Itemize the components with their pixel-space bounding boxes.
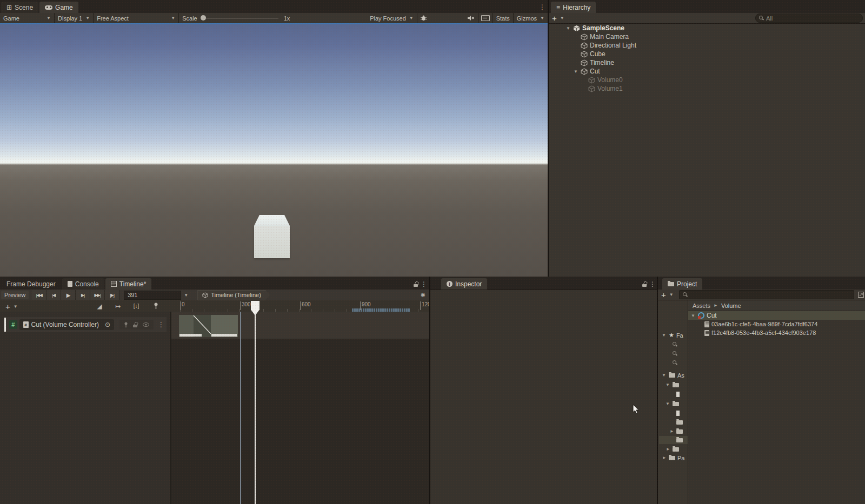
clip-edit-mode-ripple-icon[interactable]: ↦ bbox=[111, 301, 124, 311]
cube-icon bbox=[581, 42, 588, 49]
project-folder-item[interactable] bbox=[659, 418, 688, 426]
project-folder-item[interactable] bbox=[659, 436, 688, 444]
timeline-panel-menu-icon[interactable]: ⋮ bbox=[418, 280, 429, 288]
debug-bug-icon[interactable] bbox=[417, 14, 430, 23]
preview-toggle-button[interactable]: Preview bbox=[1, 291, 29, 299]
tab-inspector[interactable]: i Inspector bbox=[441, 278, 487, 290]
track-toggle-group bbox=[119, 320, 154, 330]
inspector-lock-icon[interactable] bbox=[642, 281, 647, 287]
current-frame-input[interactable]: 391 bbox=[124, 291, 181, 300]
hierarchy-item-cube[interactable]: Cube bbox=[573, 50, 606, 58]
tab-timeline[interactable]: Timeline* bbox=[105, 278, 152, 290]
render-target-dropdown[interactable]: Game▼ bbox=[0, 13, 54, 23]
project-folder-item[interactable] bbox=[659, 340, 688, 348]
play-button[interactable]: ▶ bbox=[61, 290, 76, 300]
breadcrumb-assets[interactable]: Assets bbox=[693, 303, 710, 309]
hierarchy-item-main-camera[interactable]: Main Camera bbox=[573, 32, 629, 41]
track-lock-icon[interactable] bbox=[133, 322, 138, 327]
tab-scene[interactable]: ⊞ Scene bbox=[1, 2, 38, 13]
hierarchy-item-volume1[interactable]: Volume1 bbox=[581, 84, 623, 93]
project-folder-item[interactable]: ▼ bbox=[659, 381, 688, 389]
expander-icon[interactable]: ▼ bbox=[669, 429, 674, 434]
project-asset-cut[interactable]: ▼Cut bbox=[688, 311, 865, 320]
stats-button[interactable]: Stats bbox=[493, 13, 513, 23]
scale-slider[interactable] bbox=[203, 18, 278, 18]
clip-edit-mode-mix-icon[interactable]: ◢ bbox=[93, 301, 106, 311]
track-menu-icon[interactable]: ⋮ bbox=[156, 321, 167, 328]
project-asset-guid-2[interactable]: f12c4fb8-053e-4fb3-a5cf-434cf903e178 bbox=[688, 328, 865, 337]
timeline-clips[interactable] bbox=[179, 315, 238, 337]
project-folder-item[interactable]: ▼ bbox=[659, 427, 688, 435]
lock-icon[interactable] bbox=[414, 281, 418, 287]
tab-frame-debugger[interactable]: Frame Debugger bbox=[1, 278, 61, 290]
project-folder-item[interactable]: ▼ bbox=[659, 445, 688, 453]
project-folder-item[interactable] bbox=[659, 409, 688, 417]
previous-frame-button[interactable]: |◀ bbox=[46, 290, 61, 300]
expander-icon[interactable]: ▼ bbox=[665, 382, 670, 387]
play-focused-dropdown[interactable]: Play Focused▼ bbox=[367, 13, 417, 23]
expander-icon[interactable]: ▼ bbox=[661, 333, 667, 338]
keyboard-icon[interactable] bbox=[478, 14, 493, 23]
scale-slider-knob[interactable] bbox=[201, 15, 206, 21]
hierarchy-item-volume0[interactable]: Volume0 bbox=[581, 76, 623, 84]
marker-pin-icon[interactable] bbox=[154, 303, 158, 310]
pin-icon[interactable] bbox=[124, 322, 128, 328]
timeline-breadcrumb[interactable]: Timeline (Timeline) bbox=[197, 290, 270, 300]
expander-icon[interactable]: ▼ bbox=[573, 69, 578, 74]
expander-icon[interactable]: ▼ bbox=[665, 401, 670, 406]
gizmos-dropdown[interactable]: Gizmos▼ bbox=[514, 13, 548, 23]
go-to-start-button[interactable]: |◀◀ bbox=[32, 290, 46, 300]
expander-icon[interactable]: ▼ bbox=[666, 447, 670, 452]
display-dropdown[interactable]: Display 1▼ bbox=[55, 13, 93, 23]
project-search-input[interactable] bbox=[679, 290, 854, 299]
game-viewport[interactable] bbox=[0, 24, 548, 277]
eye-icon[interactable] bbox=[143, 322, 149, 327]
clip-edit-mode-replace-icon[interactable]: [↓] bbox=[130, 301, 143, 311]
go-to-end-button[interactable]: ▶▶| bbox=[90, 290, 105, 300]
project-folder-item[interactable] bbox=[659, 390, 688, 398]
timeline-ruler[interactable]: 03006009001200 bbox=[173, 300, 429, 312]
hierarchy-item-timeline[interactable]: Timeline bbox=[573, 58, 614, 67]
tab-frame-debugger-label: Frame Debugger bbox=[6, 280, 56, 288]
hierarchy-item-cut[interactable]: ▼Cut bbox=[573, 67, 600, 76]
track-header-cut[interactable]: # # Cut (Volume Controller) ⊙ ⋮ bbox=[4, 317, 167, 332]
play-range-button[interactable]: [▶] bbox=[105, 290, 119, 300]
track-name-box: # Cut (Volume Controller) ⊙ bbox=[19, 319, 114, 330]
tab-project[interactable]: Project bbox=[662, 278, 702, 290]
hierarchy-add-button[interactable]: + ▼ bbox=[549, 13, 568, 23]
project-folder-item[interactable] bbox=[659, 350, 688, 358]
project-folder-item[interactable]: ▼ bbox=[659, 400, 688, 408]
expander-icon[interactable]: ▼ bbox=[661, 373, 667, 378]
breadcrumb-volume[interactable]: Volume bbox=[721, 303, 741, 309]
frame-field-dropdown-icon[interactable]: ▼ bbox=[181, 291, 191, 300]
project-asset-guid-1[interactable]: 03ae6b1c-cfe5-4baa-989f-7cda7fdf6374 bbox=[688, 320, 865, 328]
next-frame-button[interactable]: ▶| bbox=[76, 290, 90, 300]
expander-icon[interactable]: ▼ bbox=[565, 26, 571, 31]
project-folder-item-pa[interactable]: ▼Pa bbox=[659, 454, 688, 462]
hierarchy-item-label: Volume1 bbox=[597, 85, 623, 92]
track-name-label: Cut (Volume Controller) bbox=[31, 321, 99, 328]
chevron-right-icon: ▼ bbox=[713, 304, 718, 308]
mute-audio-icon[interactable] bbox=[464, 14, 478, 23]
timeline-settings-gear-icon[interactable]: ✱ bbox=[416, 291, 429, 300]
expander-icon[interactable]: ▼ bbox=[662, 455, 667, 461]
hierarchy-item-directional-light[interactable]: Directional Light bbox=[573, 41, 636, 50]
project-add-button[interactable]: + ▼ bbox=[658, 290, 677, 300]
expander-icon[interactable]: ▼ bbox=[690, 313, 696, 318]
project-folder-item-fa[interactable]: ▼★Fa bbox=[659, 331, 688, 339]
tab-game[interactable]: Game bbox=[39, 2, 78, 13]
hierarchy-search-input[interactable]: All bbox=[755, 14, 863, 23]
project-folder-item[interactable] bbox=[659, 359, 688, 367]
record-icon[interactable]: ⊙ bbox=[105, 321, 110, 328]
timeline-add-track-button[interactable]: + ▼ bbox=[2, 301, 21, 312]
hierarchy-item-samplescene[interactable]: ▼SampleScene bbox=[565, 24, 624, 32]
tab-hierarchy[interactable]: ≡ Hierarchy bbox=[551, 2, 596, 13]
aspect-dropdown[interactable]: Free Aspect▼ bbox=[94, 13, 178, 23]
tab-console[interactable]: Console bbox=[62, 278, 104, 290]
hidden-packages-icon[interactable] bbox=[856, 290, 865, 299]
game-panel-menu-icon[interactable]: ⋮ bbox=[537, 3, 548, 11]
inspector-menu-icon[interactable]: ⋮ bbox=[647, 280, 658, 288]
project-folder-item-as[interactable]: ▼As bbox=[659, 371, 688, 379]
timeline-icon bbox=[111, 281, 117, 287]
chevron-down-icon: ▼ bbox=[85, 16, 90, 21]
